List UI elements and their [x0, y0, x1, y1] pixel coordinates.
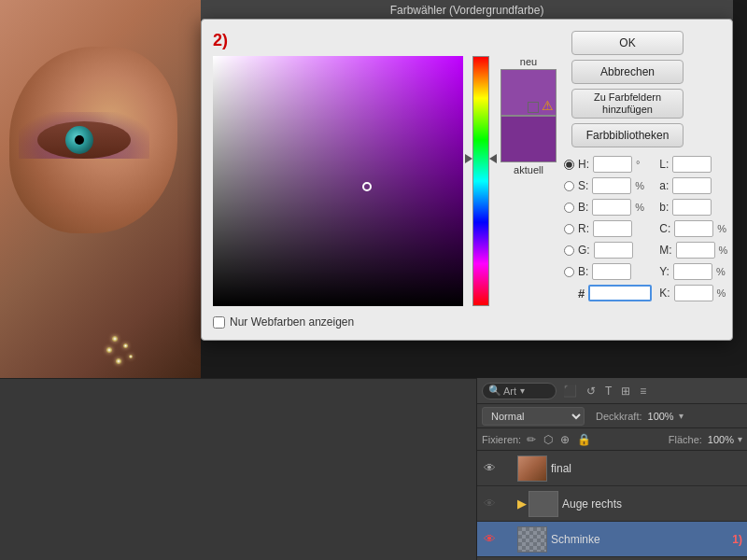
earring-dot	[106, 347, 112, 353]
K-input[interactable]: 0	[674, 285, 713, 301]
window-title: Farbwähler (Vordergrundfarbe)	[390, 4, 544, 17]
flaeche-value: 100%	[708, 434, 734, 445]
hue-slider[interactable]	[472, 56, 489, 306]
preview-new-label: neu	[500, 56, 557, 67]
C-label: C:	[659, 222, 670, 235]
layer-link-schminke	[500, 533, 514, 546]
preview-new-swatch[interactable]: ⚠	[500, 69, 557, 116]
webcolors-label: Nur Webfarben anzeigen	[230, 315, 354, 329]
blue-input[interactable]: 165	[592, 263, 631, 280]
color-square-black	[213, 56, 463, 306]
dialog-right: OK Abbrechen Zu Farbfeldern hinzufügen F…	[564, 31, 727, 302]
eye-pupil	[75, 135, 84, 145]
Y-field-row: Y: 0 %	[659, 262, 727, 281]
layer-name-schminke: Schminke	[551, 533, 725, 546]
hex-input[interactable]: 8e48a5	[588, 285, 652, 301]
layer-link-auge	[500, 497, 514, 511]
webcolors-checkbox[interactable]	[213, 316, 225, 329]
red-input[interactable]: 142	[593, 220, 632, 237]
a-label: a:	[659, 179, 669, 192]
L-label: L:	[659, 158, 669, 171]
add-to-swatches-button[interactable]: Zu Farbfeldern hinzufügen	[571, 89, 684, 119]
hue-radio[interactable]	[564, 160, 574, 170]
layer-item-final[interactable]: 👁 final	[477, 451, 747, 486]
b-label: b:	[659, 201, 669, 214]
green-input[interactable]: 72	[594, 242, 633, 259]
brightness-field-row: B: 65 %	[564, 198, 652, 217]
title-bar: Farbwähler (Vordergrundfarbe)	[201, 0, 733, 21]
flaeche-arrow[interactable]: ▾	[738, 434, 742, 444]
fix-icon-2[interactable]: ⬡	[542, 433, 555, 446]
C-input[interactable]: 51	[674, 220, 713, 237]
color-square-wrapper[interactable]	[213, 56, 463, 306]
saturation-label: S:	[578, 179, 588, 192]
layer-name-final: final	[551, 462, 742, 475]
Y-unit: %	[716, 266, 726, 277]
blue-radio[interactable]	[564, 267, 574, 277]
fix-icon-1[interactable]: ✏	[525, 433, 538, 446]
opacity-arrow[interactable]: ▾	[679, 411, 684, 421]
hue-unit: °	[636, 159, 640, 170]
toolbar-icon-2[interactable]: ↺	[584, 385, 599, 398]
hue-field-row: H: 285 °	[564, 155, 652, 174]
K-field-row: K: 0 %	[659, 284, 727, 302]
K-label: K:	[659, 287, 669, 300]
L-input[interactable]: 45	[672, 156, 712, 173]
buttons-column: OK Abbrechen Zu Farbfeldern hinzufügen F…	[571, 31, 684, 147]
fix-icon-4[interactable]: 🔒	[575, 433, 593, 446]
bottom-panel: 🔍 Art ▾ ⬛ ↺ T ⊞ ≡ Normal Deckkraft: 100%…	[0, 378, 747, 560]
red-label: R:	[578, 222, 589, 235]
ok-button[interactable]: OK	[571, 31, 684, 55]
layer-visibility-auge[interactable]: 👁	[482, 497, 497, 511]
layer-link-final	[500, 462, 514, 475]
C-field-row: C: 51 %	[659, 219, 727, 238]
gamut-icon	[528, 102, 539, 113]
search-box[interactable]: 🔍 Art ▾	[482, 383, 557, 399]
layer-group-icon-area: ▶	[517, 491, 558, 517]
blend-mode-dropdown[interactable]: Normal	[482, 407, 585, 426]
saturation-input[interactable]: 56	[592, 177, 631, 194]
M-field-row: M: 80 %	[659, 241, 727, 259]
toolbar-icon-1[interactable]: ⬛	[560, 385, 580, 398]
C-unit: %	[717, 223, 726, 234]
color-picker-dialog: 2) neu	[201, 19, 733, 341]
M-input[interactable]: 80	[676, 242, 715, 259]
layer-visibility-schminke[interactable]: 👁	[482, 532, 497, 547]
hue-arrow-right	[489, 154, 497, 163]
hue-slider-wrapper[interactable]	[472, 56, 489, 306]
folder-icon: ▶	[517, 497, 527, 511]
opacity-value: 100%	[648, 411, 674, 422]
left-color-fields: H: 285 ° S: 56 % B: 65	[564, 155, 652, 302]
fix-label: Fixieren:	[482, 434, 521, 445]
b-input[interactable]: -36	[672, 199, 712, 216]
layer-thumb-auge	[529, 491, 558, 517]
color-gradient-square[interactable]	[213, 56, 463, 306]
layer-item-schminke[interactable]: 👁 Schminke 1)	[477, 522, 747, 557]
earring-dot	[123, 343, 128, 348]
brightness-input[interactable]: 65	[592, 199, 631, 216]
saturation-radio[interactable]	[564, 181, 574, 191]
layer-thumb-schminke	[517, 526, 547, 553]
b-field-row: b: -36	[659, 198, 727, 217]
earring-dot	[112, 336, 118, 342]
blue-label: B:	[578, 265, 588, 278]
search-icon: 🔍	[488, 385, 501, 397]
cancel-button[interactable]: Abbrechen	[571, 60, 684, 84]
layer-visibility-final[interactable]: 👁	[482, 461, 497, 476]
blend-mode-row: Normal Deckkraft: 100% ▾	[477, 404, 747, 428]
a-input[interactable]: 49	[672, 177, 712, 194]
preview-area: neu ⚠ aktuell	[500, 56, 557, 175]
red-radio[interactable]	[564, 224, 574, 234]
brightness-radio[interactable]	[564, 203, 574, 213]
search-dropdown-arrow[interactable]: ▾	[520, 385, 525, 396]
toolbar-icon-menu[interactable]: ≡	[637, 385, 649, 398]
green-radio[interactable]	[564, 245, 574, 256]
hue-input[interactable]: 285	[593, 156, 632, 173]
toolbar-icon-T[interactable]: T	[602, 385, 614, 398]
fix-icon-3[interactable]: ⊕	[558, 433, 571, 446]
Y-input[interactable]: 0	[673, 263, 712, 280]
saturation-unit: %	[635, 180, 644, 191]
libraries-button[interactable]: Farbbibliotheken	[571, 123, 684, 147]
toolbar-icon-3[interactable]: ⊞	[618, 385, 633, 398]
layer-item-auge[interactable]: 👁 ▶ Auge rechts	[477, 486, 747, 522]
